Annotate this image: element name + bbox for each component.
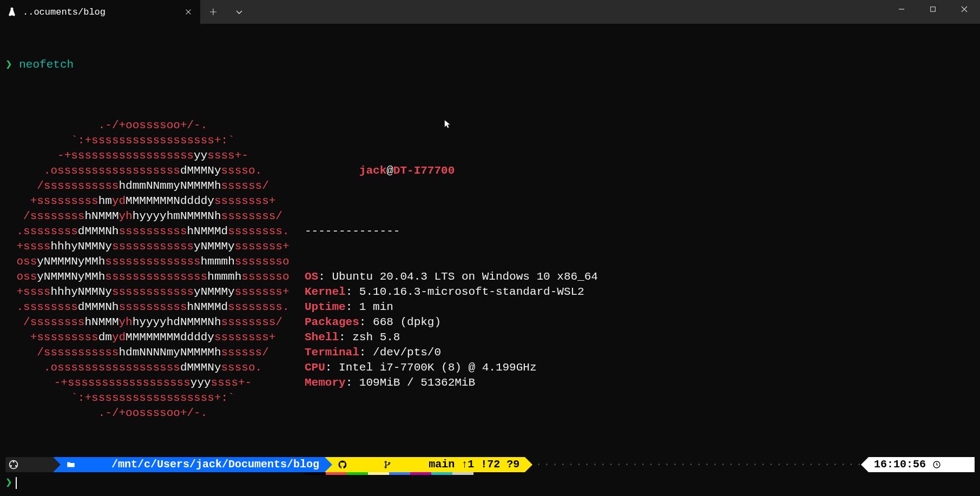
info-line: Terminal: /dev/pts/0 — [305, 345, 598, 360]
ascii-line: .-/+oossssoo+/-. — [5, 406, 300, 421]
svg-point-4 — [15, 465, 17, 467]
info-key: Shell — [305, 331, 339, 343]
info-key: Kernel — [305, 286, 346, 298]
git-segment: main ↑1 !72 ?9 — [332, 457, 525, 472]
svg-point-6 — [385, 466, 386, 468]
user-host-line: jack@DT-I77700 — [305, 148, 598, 194]
info-value: Intel i7-7700K (8) @ 4.199GHz — [339, 361, 536, 374]
separator-icon — [53, 457, 61, 472]
separator-icon — [525, 457, 532, 472]
ascii-line: /ssssssssssshdmmNNmmyNMMMMhssssss/ — [5, 178, 300, 194]
terminal-viewport[interactable]: ❯ neofetch .-/+oossssoo+/-.`:+ssssssssss… — [0, 24, 980, 496]
branch-icon — [383, 430, 422, 496]
separator-line: -------------- — [305, 224, 598, 239]
ascii-line: +sssssssssdmydMMMMMMMMddddyssssssss+ — [5, 330, 300, 345]
svg-rect-0 — [931, 7, 936, 12]
github-icon — [338, 429, 377, 496]
info-key: Terminal — [305, 346, 359, 359]
cwd-path: /mnt/c/Users/jack/Documents/blog — [111, 457, 319, 472]
prompt-line-2[interactable]: ❯ — [5, 475, 17, 491]
ascii-line: +sssshhhyNMMNyssssssssssssyNMMMysssssss+ — [5, 239, 300, 254]
info-value: 109MiB / 51362MiB — [359, 376, 475, 389]
info-value: 5.10.16.3-microsoft-standard-WSL2 — [359, 286, 584, 298]
ascii-line: ossyNMMMNyMMhsssssssssssssshmmmhssssssso — [5, 254, 300, 269]
svg-point-5 — [385, 461, 386, 463]
info-key: OS — [305, 270, 318, 283]
info-value: /dev/pts/0 — [373, 346, 441, 359]
svg-point-7 — [389, 462, 390, 464]
titlebar: ..ocuments/blog — [0, 0, 980, 24]
ascii-line: .ssssssssdMMMNhsssssssssshNMMMdssssssss. — [5, 300, 300, 315]
info-line: OS: Ubuntu 20.04.3 LTS on Windows 10 x86… — [305, 269, 598, 285]
tab-title: ..ocuments/blog — [23, 7, 175, 17]
svg-point-3 — [10, 465, 12, 467]
ascii-line: +ssssssssshmydMMMMMMMNddddyssssssss+ — [5, 194, 300, 209]
ascii-line: -+ssssssssssssssssssyyyssss+- — [5, 375, 300, 391]
prompt-symbol: ❯ — [5, 475, 12, 491]
git-branch: main — [429, 457, 455, 472]
text-cursor — [16, 477, 17, 489]
maximize-button[interactable] — [917, 0, 949, 18]
at-symbol: @ — [386, 164, 393, 177]
info-line: Kernel: 5.10.16.3-microsoft-standard-WSL… — [305, 285, 598, 300]
separator-icon — [325, 457, 332, 472]
powerline-statusbar: /mnt/c/Users/jack/Documents/blog main ↑1… — [5, 457, 975, 472]
svg-point-2 — [13, 461, 15, 462]
git-ahead: ↑1 — [461, 457, 474, 472]
filler-dots: ········································… — [532, 457, 861, 472]
os-segment — [5, 457, 53, 472]
prompt-symbol: ❯ — [5, 57, 12, 72]
ascii-line: +sssshhhyNMMNyssssssssssssyNMMMysssssss+ — [5, 285, 300, 300]
info-line: Memory: 109MiB / 51362MiB — [305, 375, 598, 391]
ascii-line: /sssssssshNMMMyhhyyyyhdNMMMNhssssssss/ — [5, 315, 300, 330]
neofetch-output: .-/+oossssoo+/-.`:+ssssssssssssssssss+:`… — [5, 118, 975, 496]
tab-close-button[interactable] — [181, 4, 196, 19]
info-line: Shell: zsh 5.8 — [305, 330, 598, 345]
clock-time: 16:10:56 — [874, 457, 926, 472]
info-value: 668 (dpkg) — [373, 316, 441, 328]
info-key: Uptime — [305, 301, 346, 313]
ascii-line: `:+ssssssssssssssssss+:` — [5, 133, 300, 148]
close-window-button[interactable] — [949, 0, 980, 18]
info-line: Packages: 668 (dpkg) — [305, 315, 598, 330]
ascii-logo: .-/+oossssoo+/-.`:+ssssssssssssssssss+:`… — [5, 118, 300, 496]
git-dirty: !72 — [481, 457, 500, 472]
command-text: neofetch — [19, 57, 74, 72]
new-tab-button[interactable] — [200, 0, 226, 24]
ascii-line: .ossssssssssssssssssdMMMNysssso. — [5, 360, 300, 375]
minimize-button[interactable] — [886, 0, 917, 18]
ascii-line: .ossssssssssssssssssdMMMNysssso. — [5, 163, 300, 178]
info-key: Memory — [305, 376, 346, 389]
info-line: CPU: Intel i7-7700K (8) @ 4.199GHz — [305, 360, 598, 375]
username: jack — [359, 164, 386, 177]
clock-icon — [932, 430, 971, 496]
prompt-line-1: ❯ neofetch — [5, 57, 975, 72]
ascii-line: .-/+oossssoo+/-. — [5, 118, 300, 133]
tux-icon — [6, 6, 17, 17]
info-key: Packages — [305, 316, 359, 328]
info-value: zsh 5.8 — [352, 331, 400, 343]
info-value: 1 min — [359, 301, 393, 313]
hostname: DT-I77700 — [393, 164, 455, 177]
folder-icon — [66, 429, 105, 496]
git-untracked: ?9 — [507, 457, 519, 472]
info-line: Uptime: 1 min — [305, 300, 598, 315]
ascii-line: -+ssssssssssssssssssyyssss+- — [5, 148, 300, 163]
ascii-line: /ssssssssssshdmNNNNmyNMMMMhssssss/ — [5, 345, 300, 360]
titlebar-spacer — [252, 0, 886, 24]
time-segment: 16:10:56 — [869, 457, 975, 472]
separator-icon — [861, 457, 869, 472]
tab-active[interactable]: ..ocuments/blog — [0, 0, 200, 24]
ascii-line: `:+ssssssssssssssssss+:` — [5, 391, 300, 406]
ascii-line: .ssssssssdMMMNhsssssssssshNMMMdssssssss. — [5, 224, 300, 239]
ascii-line: ossyNMMMNyMMhssssssssssssssshmmmhsssssso — [5, 269, 300, 285]
path-segment: /mnt/c/Users/jack/Documents/blog — [61, 457, 325, 472]
info-value: Ubuntu 20.04.3 LTS on Windows 10 x86_64 — [332, 270, 597, 283]
info-key: CPU — [305, 361, 325, 374]
tab-dropdown-button[interactable] — [226, 0, 252, 24]
ascii-line: /sssssssshNMMMyhhyyyyhmNMMMNhssssssss/ — [5, 209, 300, 224]
